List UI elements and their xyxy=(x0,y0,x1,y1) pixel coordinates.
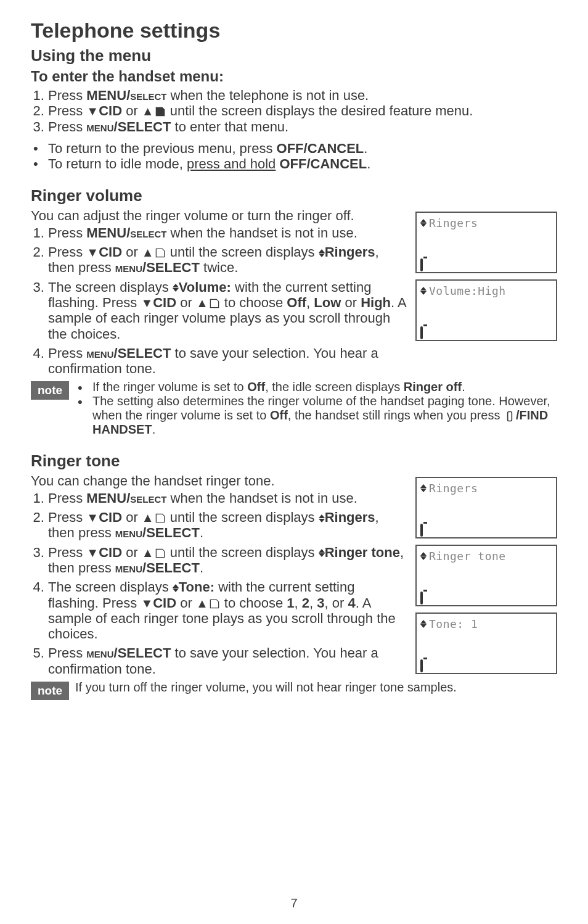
ringer-tone-steps: Press MENU/select when the handset is no… xyxy=(31,490,407,677)
directory-icon xyxy=(154,547,166,559)
menu-steps-list: Press MENU/select when the telephone is … xyxy=(31,88,557,134)
tone-step: Press menu/SELECT to save your selection… xyxy=(48,645,407,677)
lcd-text: Ringer tone xyxy=(429,550,506,563)
ringer-volume-intro: You can adjust the ringer volume or turn… xyxy=(31,208,407,223)
page-number: 7 xyxy=(0,896,588,910)
page-title: Telephone settings xyxy=(31,19,557,43)
tone-step: Press ▼CID or ▲ until the screen display… xyxy=(48,509,407,541)
tone-step: The screen displays Tone: with the curre… xyxy=(48,579,407,641)
menu-step: Press MENU/select when the telephone is … xyxy=(48,88,557,103)
menu-returns-list: To return to the previous menu, press OF… xyxy=(31,141,557,172)
section-heading-ringer-volume: Ringer volume xyxy=(31,186,557,205)
section-heading-using-menu: Using the menu xyxy=(31,46,557,65)
battery-icon xyxy=(420,592,423,604)
tone-step: Press MENU/select when the handset is no… xyxy=(48,490,407,506)
lcd-text: Tone: 1 xyxy=(429,617,478,630)
note-list: If the ringer volume is set to Off, the … xyxy=(75,380,557,437)
ringer-tone-intro: You can change the handset ringer tone. xyxy=(31,473,407,489)
battery-icon xyxy=(420,326,423,339)
return-item: To return to idle mode, press and hold O… xyxy=(31,156,557,171)
volume-step: Press menu/SELECT to save your selection… xyxy=(48,345,407,377)
note-badge: note xyxy=(31,682,69,700)
note-text: If you turn off the ringer volume, you w… xyxy=(75,680,557,695)
directory-icon xyxy=(154,247,166,259)
svg-rect-0 xyxy=(508,412,512,421)
battery-icon xyxy=(420,258,423,271)
return-item: To return to the previous menu, press OF… xyxy=(31,141,557,156)
volume-step: The screen displays Volume: with the cur… xyxy=(48,279,407,342)
lcd-text: Ringers xyxy=(429,217,478,229)
directory-icon xyxy=(208,297,221,310)
directory-icon xyxy=(154,105,166,118)
battery-icon xyxy=(420,659,423,672)
battery-icon xyxy=(420,524,423,537)
directory-icon xyxy=(154,512,166,524)
lcd-screen-ringer-tone: Ringer tone xyxy=(415,545,557,606)
lcd-text: Volume:High xyxy=(429,284,506,297)
note-item: The setting also determines the ringer v… xyxy=(75,394,557,437)
directory-icon xyxy=(208,598,221,610)
tone-step: Press ▼CID or ▲ until the screen display… xyxy=(48,545,407,576)
subheading-enter-handset-menu: To enter the handset menu: xyxy=(31,68,557,85)
volume-step: Press ▼CID or ▲ until the screen display… xyxy=(48,244,407,276)
lcd-screen-tone: Tone: 1 xyxy=(415,613,557,674)
menu-step: Press ▼CID or ▲ until the screen display… xyxy=(48,103,557,118)
lcd-text: Ringers xyxy=(429,482,478,495)
lcd-screen-ringers: Ringers xyxy=(415,212,557,273)
volume-step: Press MENU/select when the handset is no… xyxy=(48,225,407,241)
lcd-screen-ringers: Ringers xyxy=(415,477,557,538)
menu-step: Press menu/SELECT to enter that menu. xyxy=(48,119,557,134)
lcd-screen-volume: Volume:High xyxy=(415,279,557,341)
note-item: If the ringer volume is set to Off, the … xyxy=(75,380,557,394)
note-badge: note xyxy=(31,381,69,400)
section-heading-ringer-tone: Ringer tone xyxy=(31,452,557,471)
ringer-volume-steps: Press MENU/select when the handset is no… xyxy=(31,225,407,377)
handset-icon xyxy=(504,410,516,423)
